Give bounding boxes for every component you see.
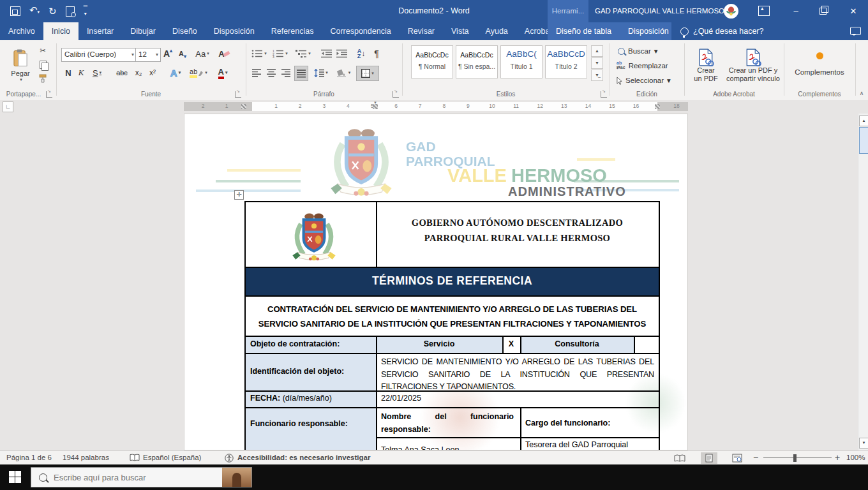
clear-formatting-icon[interactable]: A (216, 47, 232, 61)
text-effects-icon[interactable]: A▾ (166, 66, 185, 80)
multilevel-list-icon[interactable]: ▾ (293, 47, 313, 61)
ribbon-tab[interactable]: Dibujar (122, 22, 164, 40)
account-avatar[interactable] (724, 4, 738, 19)
replace-button[interactable]: ab⇄acReemplazar (617, 61, 668, 70)
increase-indent-icon[interactable] (334, 47, 348, 61)
format-painter-icon[interactable] (36, 73, 49, 84)
decrease-indent-icon[interactable] (319, 47, 333, 61)
scroll-down-icon[interactable]: ▼ (859, 438, 868, 449)
print-layout-icon[interactable] (701, 452, 717, 464)
zoom-slider[interactable] (763, 457, 832, 458)
search-highlight-image[interactable] (222, 468, 251, 487)
zoom-in-icon[interactable]: + (835, 451, 840, 464)
borders-icon[interactable]: ▾ (356, 66, 379, 81)
restore-button[interactable] (813, 0, 835, 22)
align-left-icon[interactable] (250, 66, 263, 80)
style-card[interactable]: AaBbCcDc¶ Normal (411, 45, 453, 78)
addins-button[interactable]: Complementos (789, 44, 850, 84)
tab-stop-selector[interactable]: ∟ (3, 101, 13, 112)
line-spacing-icon[interactable]: ▾ (312, 66, 330, 80)
print-preview-icon[interactable] (66, 6, 75, 17)
zoom-slider-thumb[interactable] (793, 454, 797, 462)
accessibility-icon[interactable] (225, 454, 234, 463)
customize-qat-icon[interactable]: ▔▾ (84, 6, 87, 17)
tab-disposicion-tabla[interactable]: Disposición (620, 22, 677, 40)
ribbon-tab[interactable]: Revisar (400, 22, 443, 40)
tell-me-box[interactable]: ¿Qué desea hacer? (680, 22, 764, 40)
search-input[interactable] (52, 472, 214, 483)
bullet-list-icon[interactable]: ▾ (250, 47, 268, 61)
ribbon-tab[interactable]: Referencias (263, 22, 322, 40)
ribbon-tab[interactable]: Inicio (43, 22, 79, 40)
styles-dialog-launcher[interactable] (601, 91, 607, 98)
table-column-marker[interactable] (655, 104, 660, 109)
style-card[interactable]: AaBbC(Título 1 (500, 45, 542, 78)
justify-icon[interactable] (294, 66, 308, 81)
zoom-out-icon[interactable]: − (753, 451, 758, 464)
tab-diseno-de-tabla[interactable]: Diseño de tabla (548, 22, 620, 40)
ribbon-tab[interactable]: Insertar (79, 22, 122, 40)
grow-font-icon[interactable]: A▴ (161, 47, 175, 61)
shading-icon[interactable]: ▾ (334, 66, 353, 80)
select-button[interactable]: Seleccionar▾ (617, 76, 671, 85)
proofing-icon[interactable] (130, 454, 140, 462)
comments-icon[interactable] (850, 27, 861, 35)
table-column-marker[interactable] (241, 104, 246, 109)
paragraph-dialog-launcher[interactable] (393, 91, 399, 98)
create-pdf-button[interactable]: Crearun PDF (689, 44, 722, 87)
find-button[interactable]: Buscar▾ (618, 47, 658, 56)
ribbon-display-options-icon[interactable] (758, 6, 770, 16)
align-right-icon[interactable] (280, 66, 292, 80)
clipboard-dialog-launcher[interactable] (46, 91, 52, 98)
scroll-up-icon[interactable]: ▲ (859, 115, 868, 126)
styles-scroll-down-icon[interactable]: ▼ (591, 57, 603, 69)
web-layout-icon[interactable] (729, 452, 745, 464)
cut-icon[interactable]: ✂ (36, 45, 49, 56)
start-button-icon[interactable] (9, 471, 21, 483)
close-button[interactable]: ✕ (842, 0, 864, 22)
ribbon-tab[interactable]: Archivo (0, 22, 43, 40)
language-indicator[interactable]: Español (España) (143, 451, 201, 464)
highlight-color-icon[interactable]: ab▾ (188, 66, 209, 80)
ribbon-tab[interactable]: Vista (443, 22, 477, 40)
ribbon-tab[interactable]: Correspondencia (322, 22, 399, 40)
word-count[interactable]: 1944 palabras (63, 451, 109, 464)
collapse-ribbon-icon[interactable]: ∧ (857, 89, 867, 98)
tdr-table[interactable]: TÉRMINOS DE REFERENCIA (244, 201, 660, 450)
shrink-font-icon[interactable]: A▾ (176, 47, 189, 61)
style-card[interactable]: AaBbCcDTítulo 2 (545, 45, 587, 78)
horizontal-ruler[interactable]: ▼ 211234567891011121314151618 (184, 102, 688, 111)
create-pdf-share-link-button[interactable]: Crear un PDF ycompartir vínculo (724, 44, 782, 87)
zoom-level[interactable]: 100% (846, 451, 865, 464)
account-name[interactable]: GAD PARROQUIAL VALLE HERMOSO (595, 0, 724, 22)
paste-button[interactable]: Pegar ▾ (6, 44, 34, 86)
accessibility-status[interactable]: Accesibilidad: es necesario investigar (237, 451, 370, 464)
undo-icon[interactable]: ↶▾ (29, 4, 40, 19)
font-size-combo[interactable]: 12▾ (135, 48, 161, 62)
italic-icon[interactable]: K (76, 66, 86, 80)
align-center-icon[interactable] (265, 66, 278, 80)
show-marks-icon[interactable]: ¶ (371, 47, 382, 61)
scrollbar-thumb[interactable] (859, 127, 868, 154)
strikethrough-icon[interactable]: abc (114, 66, 130, 80)
table-move-handle[interactable]: ✛ (234, 190, 244, 200)
read-mode-icon[interactable] (671, 452, 688, 464)
document-page[interactable]: GAD PARROQUIAL VALLE HERMOSO ADMINISTRAT… (184, 114, 688, 450)
taskbar-search[interactable] (31, 467, 252, 487)
font-dialog-launcher[interactable] (235, 91, 241, 98)
vertical-scrollbar[interactable]: ▲ ▼ (858, 114, 868, 450)
styles-more-icon[interactable]: ▼̲ (591, 70, 603, 81)
superscript-icon[interactable]: x² (146, 66, 159, 80)
subscript-icon[interactable]: x₂ (132, 66, 145, 80)
bold-icon[interactable]: N (63, 66, 74, 80)
page-indicator[interactable]: Página 1 de 6 (6, 451, 52, 464)
change-case-icon[interactable]: Aa▾ (193, 47, 212, 61)
indent-marker[interactable]: ▼ (373, 101, 377, 105)
font-name-combo[interactable]: Calibri (Cuerpo)▾ (61, 48, 137, 62)
style-card[interactable]: AaBbCcDc¶ Sin espa... (456, 45, 498, 78)
ribbon-tab[interactable]: Diseño (164, 22, 206, 40)
numbered-list-icon[interactable]: 123▾ (271, 47, 290, 61)
ribbon-tab[interactable]: Disposición (206, 22, 263, 40)
minimize-button[interactable]: – (785, 0, 807, 22)
underline-icon[interactable]: S▾ (89, 66, 105, 80)
